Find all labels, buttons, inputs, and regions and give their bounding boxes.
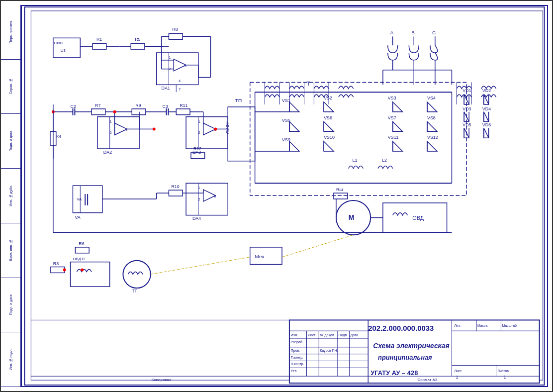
- sidebar-cell-5: Взам. инв. №: [1, 223, 20, 278]
- sidebar-cell-3: Подп. и дата: [1, 114, 20, 169]
- svg-text:6: 6: [184, 64, 186, 68]
- svg-text:VA: VA: [75, 215, 80, 220]
- svg-text:Листов: Листов: [498, 369, 509, 373]
- svg-text:R6: R6: [79, 241, 84, 246]
- svg-text:VD1: VD1: [462, 88, 471, 93]
- sidebar-cell-4: Инв. № дубл.: [1, 169, 20, 223]
- svg-text:1: 1: [110, 120, 112, 123]
- svg-text:VS3: VS3: [388, 96, 396, 100]
- svg-text:C3: C3: [163, 104, 168, 109]
- svg-text:202.2.000.000.0033: 202.2.000.000.0033: [368, 324, 434, 332]
- svg-text:Лист: Лист: [308, 333, 316, 337]
- sidebar-text-4: Инв. № дубл.: [9, 185, 12, 206]
- svg-text:VD3: VD3: [462, 106, 471, 111]
- sidebar-text-2: Справ. №: [9, 79, 12, 94]
- svg-text:Н.контр.: Н.контр.: [291, 362, 304, 366]
- svg-text:R12: R12: [193, 146, 201, 151]
- svg-text:принципиальная: принципиальная: [378, 354, 432, 361]
- left-sidebar: Перв. примен. Справ. № Подп. и дата Инв.…: [1, 5, 21, 387]
- svg-text:U3: U3: [61, 48, 66, 53]
- sidebar-cell-6: Подп. и дата: [1, 278, 20, 333]
- svg-text:VS10: VS10: [324, 135, 335, 140]
- sidebar-cell-1: Перв. примен.: [1, 5, 20, 60]
- svg-text:R9: R9: [135, 103, 141, 108]
- svg-point-213: [153, 127, 156, 130]
- main-container: Перв. примен. Справ. № Подп. и дата Инв.…: [0, 0, 553, 392]
- svg-text:VS1: VS1: [282, 98, 290, 103]
- svg-text:R1: R1: [96, 37, 102, 42]
- svg-text:Масса: Масса: [477, 324, 488, 327]
- svg-text:DA4: DA4: [192, 216, 201, 221]
- circuit-diagram: 202.2.000.000.0033 СИП U3 R1 R5 R8: [22, 6, 547, 386]
- svg-text:Изм.: Изм.: [291, 333, 298, 337]
- svg-text:Лит.: Лит.: [454, 324, 461, 327]
- svg-text:R3: R3: [53, 261, 59, 266]
- svg-text:1: 1: [198, 120, 200, 123]
- svg-text:R11: R11: [180, 103, 187, 108]
- svg-text:R5: R5: [135, 37, 140, 42]
- svg-text:DA1: DA1: [162, 86, 170, 91]
- svg-text:VS12: VS12: [427, 135, 438, 140]
- svg-text:R8: R8: [172, 27, 178, 32]
- svg-text:2: 2: [198, 131, 200, 134]
- drawing-area: 202.2.000.000.0033 СИП U3 R1 R5 R8: [21, 5, 548, 387]
- svg-text:VS5: VS5: [282, 118, 290, 123]
- svg-text:VD6: VD6: [482, 122, 491, 127]
- svg-text:Схема электрическая: Схема электрическая: [373, 342, 450, 350]
- svg-text:Утв.: Утв.: [291, 369, 297, 373]
- svg-text:VS4: VS4: [427, 96, 436, 100]
- sidebar-cell-7: Инв. № подл.: [1, 332, 20, 387]
- svg-text:VS6: VS6: [324, 115, 332, 120]
- svg-text:VS11: VS11: [388, 135, 399, 140]
- svg-text:C2: C2: [71, 104, 76, 109]
- svg-text:Пров.: Пров.: [291, 349, 300, 353]
- svg-text:СИФУ: СИФУ: [225, 121, 230, 134]
- svg-text:ОВД: ОВД: [412, 215, 424, 221]
- svg-text:Подп.: Подп.: [339, 333, 348, 337]
- svg-text:2: 2: [198, 197, 200, 201]
- svg-text:Дата: Дата: [351, 333, 358, 337]
- sidebar-text-5: Взам. инв. №: [9, 240, 12, 261]
- svg-text:L1: L1: [353, 158, 358, 163]
- svg-text:R10: R10: [171, 184, 179, 189]
- svg-text:Копировал: Копировал: [152, 378, 172, 382]
- svg-text:№ докум.: № докум.: [320, 333, 335, 337]
- sidebar-cell-2: Справ. №: [1, 60, 20, 114]
- svg-text:R7: R7: [95, 103, 100, 108]
- svg-point-212: [113, 110, 116, 113]
- svg-text:ОВДТГ: ОВДТГ: [73, 257, 86, 261]
- svg-text:6: 6: [214, 195, 216, 198]
- svg-text:VS8: VS8: [427, 115, 436, 120]
- svg-text:4: 4: [179, 79, 181, 83]
- svg-text:VD5: VD5: [462, 122, 471, 127]
- svg-text:СИП: СИП: [54, 41, 63, 45]
- svg-text:6: 6: [125, 128, 127, 131]
- sidebar-text-3: Подп. и дата: [9, 131, 12, 151]
- svg-text:R4: R4: [56, 134, 61, 139]
- svg-text:Мех: Мех: [255, 254, 265, 259]
- svg-text:Кауров Г.Н.: Кауров Г.Н.: [320, 349, 338, 353]
- svg-text:М: М: [349, 213, 355, 221]
- svg-text:1: 1: [503, 375, 506, 380]
- svg-text:2: 2: [110, 131, 112, 134]
- svg-text:Масштаб: Масштаб: [502, 324, 517, 327]
- svg-text:B: B: [411, 30, 415, 35]
- svg-text:УГАТУ АУ – 428: УГАТУ АУ – 428: [370, 369, 418, 377]
- svg-text:Разраб.: Разраб.: [291, 340, 303, 344]
- svg-text:VD2: VD2: [482, 88, 491, 93]
- svg-text:VS7: VS7: [388, 115, 396, 120]
- svg-text:VA: VA: [77, 197, 82, 201]
- sidebar-text-7: Инв. № подл.: [9, 349, 12, 370]
- svg-text:T: T: [307, 81, 310, 87]
- svg-point-215: [214, 127, 217, 130]
- svg-point-216: [81, 268, 84, 271]
- svg-text:L2: L2: [382, 158, 387, 163]
- svg-text:VS9: VS9: [282, 137, 290, 142]
- svg-text:1: 1: [198, 186, 200, 190]
- sidebar-text-1: Перв. примен.: [9, 20, 12, 44]
- svg-text:ТП: ТП: [235, 98, 242, 103]
- svg-text:1: 1: [169, 56, 171, 59]
- svg-text:ТГ: ТГ: [132, 289, 137, 294]
- svg-text:Т.контр.: Т.контр.: [291, 356, 303, 360]
- sidebar-text-6: Подп. и дата: [9, 294, 12, 315]
